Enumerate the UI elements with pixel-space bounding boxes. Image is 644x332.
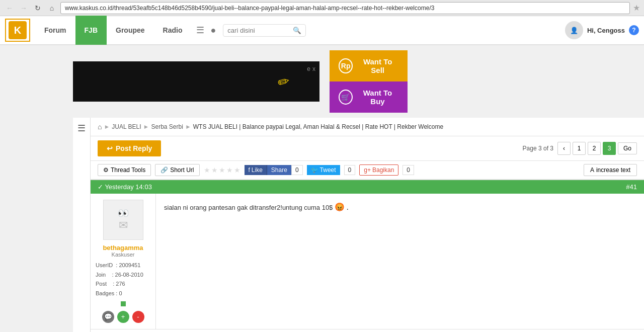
- location-icon[interactable]: ●: [210, 25, 216, 36]
- tweet-count: 0: [344, 165, 356, 175]
- online-indicator: [121, 301, 126, 306]
- pagination-area: Page 3 of 3 ‹ 1 2 3 Go: [523, 142, 637, 155]
- join-date-label: Join : 26-08-2010: [96, 270, 150, 280]
- buy-icon: 🛒: [339, 90, 353, 105]
- search-box: 🔍: [223, 24, 306, 37]
- reply-icon: ↩: [107, 144, 113, 152]
- thread-top-bar: ↩ Post Reply Page 3 of 3 ‹ 1 2 3 Go: [91, 136, 644, 161]
- star-1[interactable]: ★: [204, 166, 210, 174]
- link-icon: 🔗: [160, 167, 168, 174]
- menu-icon[interactable]: ☰: [196, 25, 204, 36]
- star-5[interactable]: ★: [234, 166, 240, 174]
- facebook-icon: f: [249, 167, 250, 174]
- facebook-count: 0: [291, 165, 303, 175]
- post-user-column: 👀 ✉ bethagamma Kaskuser UserID : 2009451…: [91, 194, 156, 329]
- twitter-icon: 🐦: [311, 167, 318, 174]
- settings-icon: ⚙: [103, 167, 109, 174]
- nav-radio[interactable]: Radio: [154, 16, 192, 45]
- nav-groupee[interactable]: Groupee: [107, 16, 154, 45]
- google-plus-button[interactable]: g+ Bagikan: [359, 164, 398, 176]
- user-greeting: Hi, Cengoss: [587, 27, 625, 34]
- home-icon[interactable]: ⌂: [98, 123, 102, 131]
- side-buttons: Rp Want To Sell 🛒 Want To Buy: [330, 50, 408, 113]
- emoji-1: 😡: [335, 203, 345, 211]
- post-count-label: Post : 276: [96, 279, 150, 289]
- want-to-buy-button[interactable]: 🛒 Want To Buy: [330, 81, 408, 113]
- help-icon[interactable]: ?: [629, 25, 639, 35]
- nav-extra-icons: ☰ ●: [191, 25, 221, 36]
- banner-image: ✏ e x: [73, 61, 319, 102]
- rating-stars[interactable]: ★ ★ ★ ★ ★: [204, 166, 240, 174]
- address-bar[interactable]: [60, 2, 630, 14]
- page-1-button[interactable]: 1: [573, 142, 586, 155]
- search-input[interactable]: [227, 27, 293, 34]
- banner-area: ✏ e x Rp Want To Sell 🛒 Want To Buy: [0, 45, 644, 118]
- post-footer: 💬 Multi Quote 💬 Quote: [91, 329, 644, 332]
- banner-close[interactable]: x: [312, 65, 315, 72]
- short-url-button[interactable]: 🔗 Short Url: [155, 164, 199, 176]
- browser-bar: ← → ↻ ⌂ ★: [0, 0, 644, 16]
- facebook-share-button[interactable]: Share: [267, 165, 291, 175]
- back-button[interactable]: ←: [4, 3, 15, 14]
- nav-forum[interactable]: Forum: [35, 16, 75, 45]
- forward-button[interactable]: →: [18, 3, 29, 14]
- breadcrumb-jual-beli[interactable]: JUAL BELI: [112, 123, 141, 130]
- post-body: 👀 ✉ bethagamma Kaskuser UserID : 2009451…: [91, 194, 644, 329]
- post-avatar: 👀 ✉: [103, 200, 143, 240]
- logo-box: K: [5, 19, 30, 42]
- post-header: ✓ Yesterday 14:03 #41: [91, 180, 644, 194]
- post-content-column: sialan ni orang pantesan gak ditransfer2…: [156, 194, 644, 329]
- breadcrumb: ⌂ ► JUAL BELI ► Serba Serbi ► WTS JUAL B…: [91, 118, 644, 136]
- tools-bar: ⚙ Thread Tools 🔗 Short Url ★ ★ ★ ★ ★ f L…: [91, 161, 644, 180]
- user-id-label: UserID : 2009451: [96, 261, 150, 270]
- thread-tools-button[interactable]: ⚙ Thread Tools: [98, 164, 151, 176]
- sidebar-toggle-area: ☰: [73, 118, 91, 332]
- bookmark-star[interactable]: ★: [633, 3, 640, 13]
- gplus-count: 0: [403, 165, 414, 175]
- page-2-button[interactable]: 2: [588, 142, 601, 155]
- search-button[interactable]: 🔍: [293, 27, 301, 34]
- breadcrumb-current: WTS JUAL BELI | Balance paypai Legal, Am…: [193, 123, 443, 130]
- gplus-icon: g+: [364, 167, 371, 174]
- post-reply-button[interactable]: ↩ Post Reply: [98, 140, 161, 156]
- breadcrumb-serba-serbi[interactable]: Serba Serbi: [151, 123, 183, 130]
- nav-fjb[interactable]: FJB: [75, 16, 107, 45]
- banner-close-area: e x: [307, 65, 315, 72]
- star-3[interactable]: ★: [219, 166, 225, 174]
- plus-rep-button[interactable]: +: [117, 311, 129, 323]
- page-info: Page 3 of 3: [523, 145, 553, 152]
- kaskus-logo: K: [9, 21, 27, 39]
- content-area: ⌂ ► JUAL BELI ► Serba Serbi ► WTS JUAL B…: [91, 118, 644, 332]
- user-role: Kaskuser: [96, 252, 150, 258]
- text-size-icon: A: [590, 167, 594, 174]
- home-button[interactable]: ⌂: [46, 3, 57, 14]
- refresh-button[interactable]: ↻: [32, 3, 43, 14]
- tweet-button[interactable]: 🐦 Tweet: [307, 165, 340, 175]
- quote-action-button[interactable]: 💬: [102, 311, 114, 323]
- increase-text-button[interactable]: A increase text: [584, 164, 637, 176]
- star-2[interactable]: ★: [211, 166, 218, 174]
- nav-right-area: 👤 Hi, Cengoss ?: [565, 21, 639, 39]
- sell-icon: Rp: [339, 58, 353, 73]
- main-content: ☰ ⌂ ► JUAL BELI ► Serba Serbi ► WTS JUAL…: [0, 118, 644, 332]
- star-4[interactable]: ★: [226, 166, 233, 174]
- banner-logo-icon: ✏: [276, 72, 291, 91]
- want-to-sell-button[interactable]: Rp Want To Sell: [330, 50, 408, 81]
- user-info: UserID : 2009451 Join : 26-08-2010 Post …: [96, 261, 150, 298]
- post-number: #41: [626, 183, 637, 191]
- facebook-like-button[interactable]: f Like: [245, 165, 267, 175]
- sidebar-toggle-button[interactable]: ☰: [77, 123, 86, 134]
- minus-rep-button[interactable]: -: [132, 311, 144, 323]
- post-check-icon: ✓ Yesterday 14:03: [98, 183, 152, 191]
- username[interactable]: bethagamma: [96, 244, 150, 252]
- post-text: sialan ni orang pantesan gak ditransfer2…: [164, 201, 636, 214]
- emoji-2: .: [347, 203, 349, 211]
- prev-page-button[interactable]: ‹: [557, 142, 571, 155]
- badges-label: Badges : 0: [96, 289, 150, 298]
- go-button[interactable]: Go: [618, 142, 637, 154]
- page-3-button[interactable]: 3: [603, 142, 616, 155]
- facebook-like-area: f Like Share 0: [245, 165, 303, 175]
- banner-minimize[interactable]: e: [307, 65, 310, 72]
- navigation-bar: K Forum FJB Groupee Radio ☰ ● 🔍 👤 Hi, Ce…: [0, 16, 644, 45]
- avatar: 👤: [565, 21, 583, 39]
